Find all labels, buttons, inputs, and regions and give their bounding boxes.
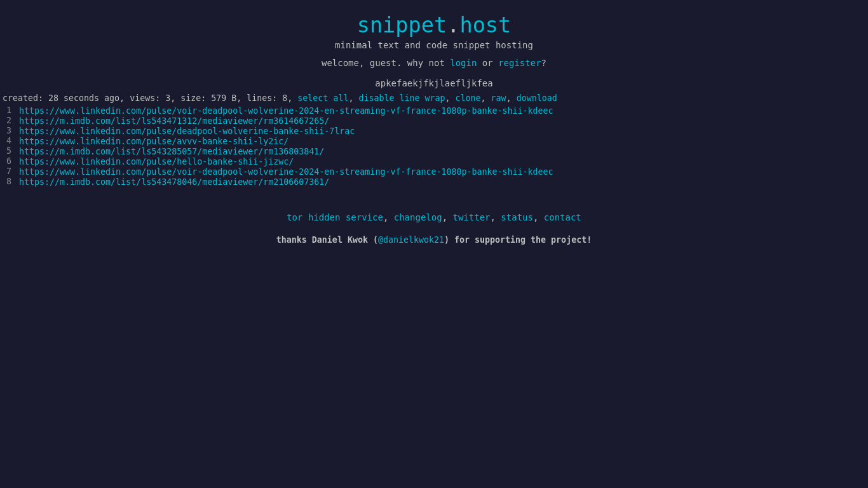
line-content: https://m.imdb.com/list/ls543478046/medi… <box>19 177 868 187</box>
register-link[interactable]: register <box>498 58 541 68</box>
clone-link[interactable]: clone <box>456 93 481 103</box>
line-content: https://www.linkedin.com/pulse/hello-ban… <box>19 156 868 166</box>
support-text-after: ) for supporting the project! <box>444 235 592 245</box>
line-number: 5 <box>0 146 19 156</box>
comma1: , <box>348 93 353 103</box>
comma4: , <box>506 93 512 103</box>
login-link[interactable]: login <box>450 58 477 68</box>
status-link[interactable]: status <box>501 212 533 222</box>
comma2: , <box>445 93 451 103</box>
table-row: 7https://www.linkedin.com/pulse/voir-dea… <box>0 166 868 177</box>
line-number: 8 <box>0 177 19 187</box>
twitter-link[interactable]: twitter <box>452 212 490 222</box>
line-url-link[interactable]: https://www.linkedin.com/pulse/deadpool-… <box>19 126 355 136</box>
or-text: or <box>482 58 493 68</box>
meta-line: created: 28 seconds ago, views: 3, size:… <box>0 93 868 103</box>
snippet-name: apkefaekjfkjlaefljkfea <box>0 78 868 88</box>
footer: tor hidden service, changelog, twitter, … <box>0 212 868 222</box>
line-content: https://www.linkedin.com/pulse/avvv-bank… <box>19 136 868 146</box>
line-content: https://www.linkedin.com/pulse/voir-dead… <box>19 105 868 116</box>
comma3: , <box>481 93 486 103</box>
line-url-link[interactable]: https://www.linkedin.com/pulse/voir-dead… <box>19 167 553 177</box>
line-content: https://m.imdb.com/list/ls543285057/medi… <box>19 146 868 156</box>
site-title-part1: snippet <box>357 13 447 37</box>
table-row: 1https://www.linkedin.com/pulse/voir-dea… <box>0 105 868 116</box>
welcome-line: welcome, guest. why not login or registe… <box>0 58 868 68</box>
table-row: 8https://m.imdb.com/list/ls543478046/med… <box>0 177 868 187</box>
table-row: 6https://www.linkedin.com/pulse/hello-ba… <box>0 156 868 166</box>
line-url-link[interactable]: https://m.imdb.com/list/ls543285057/medi… <box>19 147 324 156</box>
support-text-before: thanks Daniel Kwok ( <box>276 235 378 245</box>
table-row: 4https://www.linkedin.com/pulse/avvv-ban… <box>0 136 868 146</box>
line-url-link[interactable]: https://www.linkedin.com/pulse/hello-ban… <box>19 157 294 166</box>
raw-link[interactable]: raw <box>491 93 506 103</box>
disable-line-wrap-link[interactable]: disable line wrap <box>358 93 445 103</box>
line-number: 3 <box>0 126 19 136</box>
table-row: 3https://www.linkedin.com/pulse/deadpool… <box>0 126 868 136</box>
line-content: https://m.imdb.com/list/ls543471312/medi… <box>19 116 868 126</box>
line-number: 7 <box>0 166 19 177</box>
question-mark: ? <box>541 58 546 68</box>
table-row: 5https://m.imdb.com/list/ls543285057/med… <box>0 146 868 156</box>
select-all-link[interactable]: select all <box>297 93 348 103</box>
site-title-part2: host <box>459 13 511 37</box>
code-block: 1https://www.linkedin.com/pulse/voir-dea… <box>0 105 868 187</box>
support-line: thanks Daniel Kwok (@danielkwok21) for s… <box>0 235 868 245</box>
download-link[interactable]: download <box>517 93 557 103</box>
site-header: snippet.host minimal text and code snipp… <box>0 0 868 50</box>
line-number: 4 <box>0 136 19 146</box>
line-number: 1 <box>0 105 19 116</box>
line-number: 6 <box>0 156 19 166</box>
line-url-link[interactable]: https://www.linkedin.com/pulse/voir-dead… <box>19 106 553 116</box>
line-content: https://www.linkedin.com/pulse/voir-dead… <box>19 166 868 177</box>
support-handle-link[interactable]: @danielkwok21 <box>378 235 444 245</box>
site-subtitle: minimal text and code snippet hosting <box>0 40 868 50</box>
line-url-link[interactable]: https://m.imdb.com/list/ls543478046/medi… <box>19 177 329 187</box>
contact-link[interactable]: contact <box>544 212 581 222</box>
table-row: 2https://m.imdb.com/list/ls543471312/med… <box>0 116 868 126</box>
changelog-link[interactable]: changelog <box>394 212 442 222</box>
welcome-text: welcome, guest. why not <box>322 58 445 68</box>
site-title-dot: . <box>447 13 459 37</box>
site-title: snippet.host <box>0 13 868 37</box>
tor-hidden-service-link[interactable]: tor hidden service <box>287 212 383 222</box>
meta-created: created: 28 seconds ago, views: 3, size:… <box>3 93 292 103</box>
line-url-link[interactable]: https://www.linkedin.com/pulse/avvv-bank… <box>19 137 288 146</box>
line-url-link[interactable]: https://m.imdb.com/list/ls543471312/medi… <box>19 116 329 126</box>
line-content: https://www.linkedin.com/pulse/deadpool-… <box>19 126 868 136</box>
line-number: 2 <box>0 116 19 126</box>
